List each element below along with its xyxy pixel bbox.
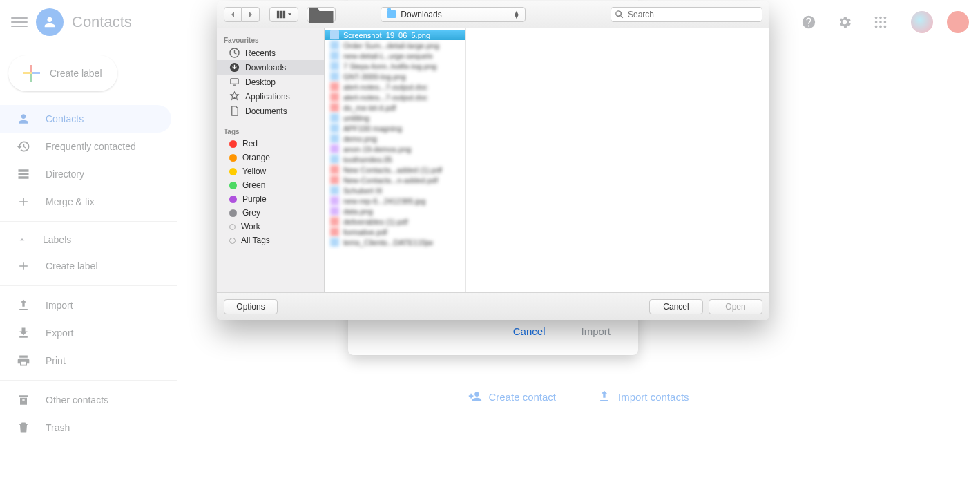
file-row[interactable]: Schubert III (325, 185, 465, 196)
file-row[interactable]: APF100 magning (325, 123, 465, 133)
sidebar-item-label: Export (46, 327, 73, 339)
tag-work[interactable]: Work (217, 220, 324, 234)
file-picker-sidebar: Favourites Recents Downloads Desktop App… (217, 28, 325, 292)
file-row[interactable]: New-Contacts...n-added.pdf (325, 175, 465, 185)
file-row[interactable]: deliverables (1).pdf (325, 216, 465, 227)
import-contacts-action[interactable]: Import contacts (597, 390, 689, 403)
options-button[interactable]: Options (224, 299, 278, 314)
labels-header-label: Labels (43, 234, 71, 245)
file-row[interactable]: Screenshot_19_06_5.png (325, 30, 465, 40)
nav-back-button[interactable] (224, 7, 242, 22)
sidebar-item-contacts[interactable]: Contacts (0, 105, 171, 133)
tag-grey[interactable]: Grey (217, 206, 324, 220)
file-row[interactable]: demo.png (325, 133, 465, 144)
sidebar-item-label: Recents (245, 48, 276, 58)
tag-all[interactable]: All Tags (217, 234, 324, 247)
sidebar-item-create-label[interactable]: Create label (0, 252, 171, 280)
directory-icon (17, 167, 30, 181)
sidebar-item-directory[interactable]: Directory (0, 160, 171, 188)
tag-label: All Tags (241, 236, 270, 245)
sidebar-item-frequent[interactable]: Frequently contacted (0, 133, 171, 160)
view-mode-button[interactable] (269, 7, 298, 22)
sidebar-item-label: Desktop (245, 77, 276, 87)
account-avatar-2[interactable] (947, 11, 969, 33)
file-row[interactable]: new-detail-L..urge-sequelx (325, 50, 465, 61)
file-name: demo.png (343, 135, 377, 143)
create-contact-button[interactable]: Create label (8, 55, 117, 91)
file-type-icon (330, 207, 339, 216)
sidebar-item-documents[interactable]: Documents (217, 104, 324, 118)
file-type-icon (330, 227, 339, 236)
file-type-icon (330, 186, 339, 195)
file-row[interactable]: tems_Clients...DATE115jw (325, 237, 465, 247)
sidebar-item-print[interactable]: Print (0, 347, 171, 374)
import-dialog-cancel-button[interactable]: Cancel (505, 320, 554, 343)
tag-dot-icon (229, 140, 237, 148)
file-type-icon (330, 165, 339, 174)
settings-icon[interactable] (831, 8, 858, 36)
location-dropdown[interactable]: Downloads ▲▼ (381, 7, 526, 22)
cancel-button[interactable]: Cancel (649, 299, 703, 314)
file-name: Order Sum...detail-large.png (343, 41, 439, 50)
open-button[interactable]: Open (709, 299, 762, 314)
sidebar-item-label: Trash (46, 422, 70, 433)
help-icon[interactable] (795, 8, 823, 36)
sidebar-item-recents[interactable]: Recents (217, 46, 324, 60)
import-icon (17, 298, 30, 312)
svg-rect-9 (276, 10, 279, 18)
file-name: APF100 magning (343, 124, 402, 133)
file-row[interactable]: formative.pdf (325, 227, 465, 237)
tag-yellow[interactable]: Yellow (217, 164, 324, 178)
sidebar-item-downloads[interactable]: Downloads (217, 60, 324, 75)
sidebar-item-trash[interactable]: Trash (0, 414, 171, 441)
divider (0, 380, 177, 381)
file-row[interactable]: data.png (325, 206, 465, 216)
tag-purple[interactable]: Purple (217, 192, 324, 206)
file-row[interactable]: New Contacts...added (1).pdf (325, 164, 465, 175)
file-type-icon (330, 30, 339, 39)
tag-green[interactable]: Green (217, 178, 324, 192)
person-add-icon (468, 390, 481, 403)
file-row[interactable]: new-rep-6...2412385.jpg (325, 196, 465, 206)
merge-icon (17, 195, 30, 209)
labels-header[interactable]: Labels (0, 227, 177, 252)
file-name: GNT-3000-log.png (343, 73, 406, 81)
file-row[interactable]: untitling (325, 113, 465, 123)
search-input[interactable] (628, 10, 758, 19)
tag-dot-icon (229, 224, 236, 230)
file-picker-search[interactable] (611, 7, 762, 22)
file-type-icon (330, 134, 339, 143)
file-row[interactable]: do_me-let-it.pdf (325, 102, 465, 113)
create-contact-action[interactable]: Create contact (468, 390, 556, 403)
sidebar-item-applications[interactable]: Applications (217, 89, 324, 104)
account-avatar-1[interactable] (911, 11, 933, 33)
group-button[interactable] (307, 7, 336, 22)
file-list: Screenshot_19_06_5.pngOrder Sum...detail… (325, 28, 769, 292)
chevron-updown-icon: ▲▼ (513, 10, 519, 19)
import-dialog-import-button[interactable]: Import (573, 320, 619, 343)
svg-point-5 (884, 21, 887, 23)
file-row[interactable]: anon-19-demos.png (325, 144, 465, 154)
tag-label: Green (242, 180, 265, 190)
menu-icon[interactable] (11, 14, 28, 30)
file-row[interactable]: toothsmiles.05 (325, 154, 465, 164)
sidebar-item-export[interactable]: Export (0, 319, 171, 347)
file-picker-toolbar: Downloads ▲▼ (217, 1, 769, 28)
file-row[interactable]: Order Sum...detail-large.png (325, 40, 465, 50)
file-column[interactable]: Screenshot_19_06_5.pngOrder Sum...detail… (325, 28, 466, 292)
tags-label: Tags (217, 125, 324, 137)
svg-point-8 (884, 26, 887, 28)
file-row[interactable]: GNT-3000-log.png (325, 71, 465, 82)
sidebar-item-merge[interactable]: Merge & fix (0, 188, 171, 216)
apps-icon[interactable] (867, 8, 894, 36)
sidebar-item-desktop[interactable]: Desktop (217, 75, 324, 89)
sidebar-item-other[interactable]: Other contacts (0, 386, 171, 414)
file-row[interactable]: 7 Steps-form..hotfix-log.png (325, 61, 465, 71)
file-row[interactable]: alert-notes...7-output.doc (325, 92, 465, 102)
sidebar-item-import[interactable]: Import (0, 292, 171, 319)
file-name: anon-19-demos.png (343, 145, 411, 153)
file-row[interactable]: alert-notes...7-output.doc (325, 82, 465, 92)
tag-orange[interactable]: Orange (217, 151, 324, 164)
tag-red[interactable]: Red (217, 137, 324, 151)
nav-forward-button[interactable] (242, 7, 260, 22)
